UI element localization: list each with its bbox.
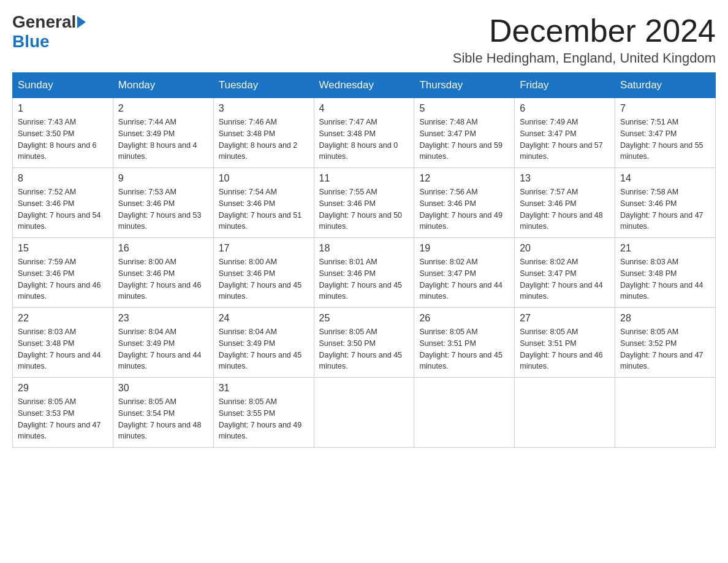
calendar-header-wednesday: Wednesday [314, 73, 414, 98]
calendar-cell: 10 Sunrise: 7:54 AMSunset: 3:46 PMDaylig… [213, 168, 314, 238]
calendar-cell: 11 Sunrise: 7:55 AMSunset: 3:46 PMDaylig… [314, 168, 414, 238]
day-number: 21 [620, 243, 710, 254]
day-number: 13 [520, 173, 610, 184]
calendar-cell: 8 Sunrise: 7:52 AMSunset: 3:46 PMDayligh… [13, 168, 113, 238]
calendar-header-monday: Monday [113, 73, 213, 98]
day-number: 23 [118, 313, 208, 324]
calendar-cell: 24 Sunrise: 8:04 AMSunset: 3:49 PMDaylig… [213, 308, 314, 378]
day-info: Sunrise: 8:05 AMSunset: 3:55 PMDaylight:… [219, 396, 309, 442]
calendar-week-row-0: 1 Sunrise: 7:43 AMSunset: 3:50 PMDayligh… [13, 98, 716, 168]
day-number: 11 [319, 173, 409, 184]
day-number: 31 [219, 383, 309, 394]
day-number: 16 [118, 243, 208, 254]
calendar-header-saturday: Saturday [615, 73, 716, 98]
calendar-cell: 25 Sunrise: 8:05 AMSunset: 3:50 PMDaylig… [314, 308, 414, 378]
calendar-cell: 31 Sunrise: 8:05 AMSunset: 3:55 PMDaylig… [213, 378, 314, 448]
calendar-cell: 19 Sunrise: 8:02 AMSunset: 3:47 PMDaylig… [414, 238, 515, 308]
day-info: Sunrise: 7:56 AMSunset: 3:46 PMDaylight:… [419, 186, 509, 232]
day-info: Sunrise: 7:54 AMSunset: 3:46 PMDaylight:… [219, 186, 309, 232]
day-number: 17 [219, 243, 309, 254]
day-info: Sunrise: 8:05 AMSunset: 3:51 PMDaylight:… [419, 326, 509, 372]
logo-arrow-icon [77, 16, 86, 28]
calendar-cell: 14 Sunrise: 7:58 AMSunset: 3:46 PMDaylig… [615, 168, 716, 238]
calendar-cell: 18 Sunrise: 8:01 AMSunset: 3:46 PMDaylig… [314, 238, 414, 308]
day-info: Sunrise: 8:00 AMSunset: 3:46 PMDaylight:… [219, 256, 309, 302]
calendar-cell: 20 Sunrise: 8:02 AMSunset: 3:47 PMDaylig… [515, 238, 615, 308]
day-info: Sunrise: 8:02 AMSunset: 3:47 PMDaylight:… [520, 256, 610, 302]
calendar-cell: 2 Sunrise: 7:44 AMSunset: 3:49 PMDayligh… [113, 98, 213, 168]
day-number: 3 [219, 103, 309, 114]
day-info: Sunrise: 7:52 AMSunset: 3:46 PMDaylight:… [18, 186, 108, 232]
day-info: Sunrise: 7:47 AMSunset: 3:48 PMDaylight:… [319, 117, 409, 163]
calendar-table: SundayMondayTuesdayWednesdayThursdayFrid… [12, 72, 716, 448]
day-number: 20 [520, 243, 610, 254]
day-info: Sunrise: 7:59 AMSunset: 3:46 PMDaylight:… [18, 256, 108, 302]
day-info: Sunrise: 8:03 AMSunset: 3:48 PMDaylight:… [18, 326, 108, 372]
calendar-cell [414, 378, 515, 448]
day-info: Sunrise: 7:49 AMSunset: 3:47 PMDaylight:… [520, 117, 610, 163]
day-info: Sunrise: 7:55 AMSunset: 3:46 PMDaylight:… [319, 186, 409, 232]
calendar-cell: 28 Sunrise: 8:05 AMSunset: 3:52 PMDaylig… [615, 308, 716, 378]
day-info: Sunrise: 8:03 AMSunset: 3:48 PMDaylight:… [620, 256, 710, 302]
calendar-cell: 7 Sunrise: 7:51 AMSunset: 3:47 PMDayligh… [615, 98, 716, 168]
calendar-cell: 27 Sunrise: 8:05 AMSunset: 3:51 PMDaylig… [515, 308, 615, 378]
day-info: Sunrise: 7:43 AMSunset: 3:50 PMDaylight:… [18, 117, 108, 163]
month-title: December 2024 [453, 12, 716, 49]
day-number: 28 [620, 313, 710, 324]
calendar-cell [615, 378, 716, 448]
day-number: 9 [118, 173, 208, 184]
day-number: 14 [620, 173, 710, 184]
day-number: 24 [219, 313, 309, 324]
day-info: Sunrise: 8:05 AMSunset: 3:50 PMDaylight:… [319, 326, 409, 372]
day-number: 5 [419, 103, 509, 114]
day-info: Sunrise: 7:46 AMSunset: 3:48 PMDaylight:… [219, 117, 309, 163]
calendar-cell: 21 Sunrise: 8:03 AMSunset: 3:48 PMDaylig… [615, 238, 716, 308]
day-number: 2 [118, 103, 208, 114]
day-info: Sunrise: 7:44 AMSunset: 3:49 PMDaylight:… [118, 117, 208, 163]
day-info: Sunrise: 7:53 AMSunset: 3:46 PMDaylight:… [118, 186, 208, 232]
calendar-cell: 13 Sunrise: 7:57 AMSunset: 3:46 PMDaylig… [515, 168, 615, 238]
calendar-cell: 29 Sunrise: 8:05 AMSunset: 3:53 PMDaylig… [13, 378, 113, 448]
day-number: 26 [419, 313, 509, 324]
day-info: Sunrise: 7:51 AMSunset: 3:47 PMDaylight:… [620, 117, 710, 163]
calendar-header-sunday: Sunday [13, 73, 113, 98]
calendar-cell: 6 Sunrise: 7:49 AMSunset: 3:47 PMDayligh… [515, 98, 615, 168]
day-info: Sunrise: 8:05 AMSunset: 3:54 PMDaylight:… [118, 396, 208, 442]
page-header: General Blue December 2024 Sible Hedingh… [12, 12, 716, 66]
day-number: 18 [319, 243, 409, 254]
day-info: Sunrise: 8:02 AMSunset: 3:47 PMDaylight:… [419, 256, 509, 302]
calendar-week-row-3: 22 Sunrise: 8:03 AMSunset: 3:48 PMDaylig… [13, 308, 716, 378]
calendar-header-friday: Friday [515, 73, 615, 98]
day-info: Sunrise: 8:00 AMSunset: 3:46 PMDaylight:… [118, 256, 208, 302]
day-number: 7 [620, 103, 710, 114]
day-number: 27 [520, 313, 610, 324]
calendar-cell: 16 Sunrise: 8:00 AMSunset: 3:46 PMDaylig… [113, 238, 213, 308]
day-number: 4 [319, 103, 409, 114]
day-info: Sunrise: 8:04 AMSunset: 3:49 PMDaylight:… [118, 326, 208, 372]
day-info: Sunrise: 8:01 AMSunset: 3:46 PMDaylight:… [319, 256, 409, 302]
day-number: 12 [419, 173, 509, 184]
day-number: 25 [319, 313, 409, 324]
calendar-header-thursday: Thursday [414, 73, 515, 98]
calendar-week-row-2: 15 Sunrise: 7:59 AMSunset: 3:46 PMDaylig… [13, 238, 716, 308]
calendar-cell: 23 Sunrise: 8:04 AMSunset: 3:49 PMDaylig… [113, 308, 213, 378]
calendar-cell: 1 Sunrise: 7:43 AMSunset: 3:50 PMDayligh… [13, 98, 113, 168]
calendar-cell: 4 Sunrise: 7:47 AMSunset: 3:48 PMDayligh… [314, 98, 414, 168]
day-info: Sunrise: 8:05 AMSunset: 3:53 PMDaylight:… [18, 396, 108, 442]
day-number: 29 [18, 383, 108, 394]
day-number: 10 [219, 173, 309, 184]
calendar-cell: 5 Sunrise: 7:48 AMSunset: 3:47 PMDayligh… [414, 98, 515, 168]
day-number: 22 [18, 313, 108, 324]
day-info: Sunrise: 8:05 AMSunset: 3:52 PMDaylight:… [620, 326, 710, 372]
logo-general-text: General [12, 12, 76, 32]
calendar-week-row-1: 8 Sunrise: 7:52 AMSunset: 3:46 PMDayligh… [13, 168, 716, 238]
calendar-header-row: SundayMondayTuesdayWednesdayThursdayFrid… [13, 73, 716, 98]
day-number: 8 [18, 173, 108, 184]
calendar-cell: 17 Sunrise: 8:00 AMSunset: 3:46 PMDaylig… [213, 238, 314, 308]
calendar-week-row-4: 29 Sunrise: 8:05 AMSunset: 3:53 PMDaylig… [13, 378, 716, 448]
calendar-cell: 9 Sunrise: 7:53 AMSunset: 3:46 PMDayligh… [113, 168, 213, 238]
title-area: December 2024 Sible Hedingham, England, … [453, 12, 716, 66]
logo-blue-text: Blue [12, 32, 50, 52]
day-info: Sunrise: 7:58 AMSunset: 3:46 PMDaylight:… [620, 186, 710, 232]
calendar-cell: 30 Sunrise: 8:05 AMSunset: 3:54 PMDaylig… [113, 378, 213, 448]
